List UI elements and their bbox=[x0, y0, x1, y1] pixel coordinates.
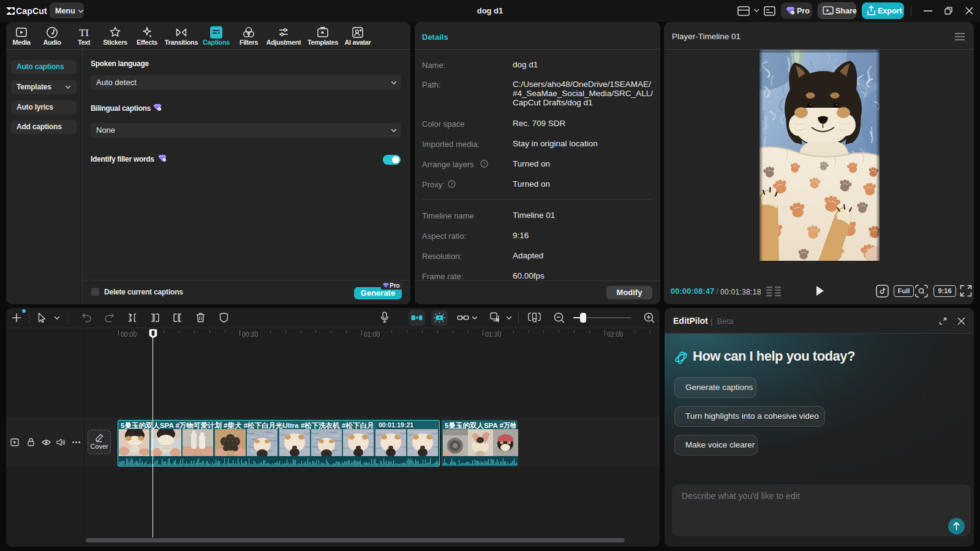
svg-text:TI: TI bbox=[79, 27, 89, 39]
svg-text:?: ? bbox=[450, 181, 453, 187]
svg-text:?: ? bbox=[483, 161, 486, 167]
